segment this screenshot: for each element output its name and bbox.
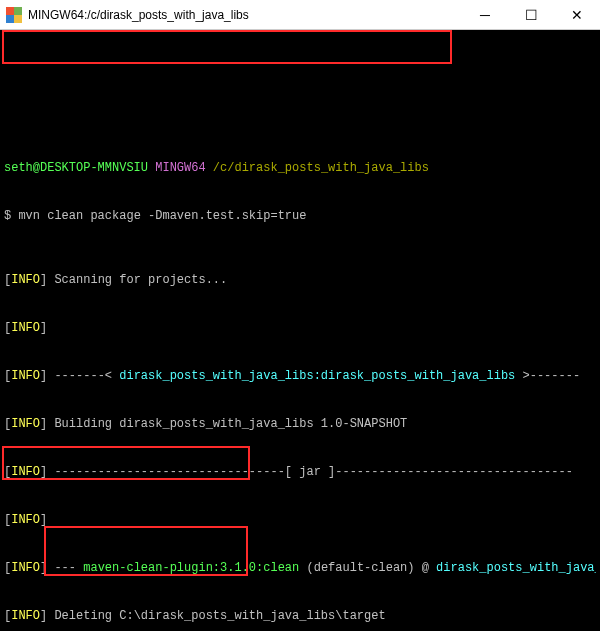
highlight-command [2,30,452,64]
terminal-output[interactable]: seth@DESKTOP-MMNVSIU MINGW64 /c/dirask_p… [0,30,600,631]
app-icon [6,7,22,23]
log-line: [INFO] -------< dirask_posts_with_java_l… [4,368,596,384]
title-bar: MINGW64:/c/dirask_posts_with_java_libs ─… [0,0,600,30]
log-line: [INFO] [4,512,596,528]
log-line: [INFO] --- maven-clean-plugin:3.1.0:clea… [4,560,596,576]
maximize-button[interactable]: ☐ [508,0,554,30]
window-title: MINGW64:/c/dirask_posts_with_java_libs [28,7,462,23]
log-line: [INFO] [4,320,596,336]
log-line: [INFO] --------------------------------[… [4,464,596,480]
minimize-button[interactable]: ─ [462,0,508,30]
close-button[interactable]: ✕ [554,0,600,30]
log-line: [INFO] Scanning for projects... [4,272,596,288]
log-line: [INFO] Building dirask_posts_with_java_l… [4,416,596,432]
prompt-line: seth@DESKTOP-MMNVSIU MINGW64 /c/dirask_p… [4,160,596,176]
log-line: [INFO] Deleting C:\dirask_posts_with_jav… [4,608,596,624]
command-line: $ mvn clean package -Dmaven.test.skip=tr… [4,208,596,224]
